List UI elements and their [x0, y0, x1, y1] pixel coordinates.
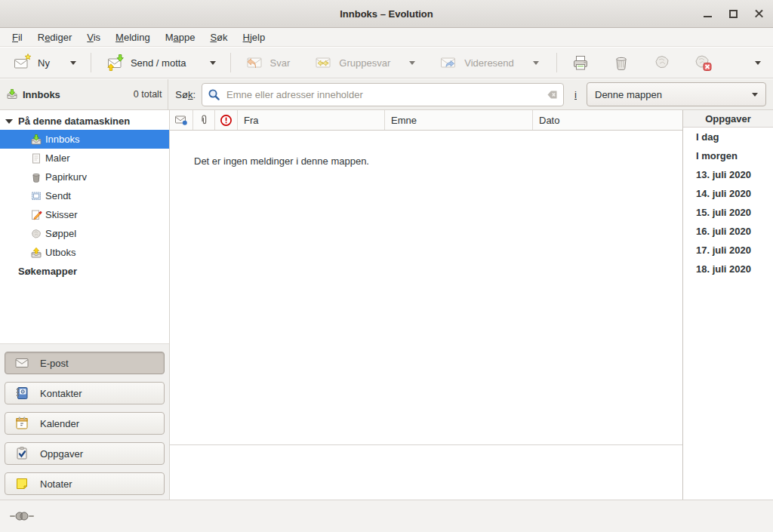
send-receive-button[interactable]: Send / motta	[99, 51, 223, 75]
evolution-window: Innboks – Evolution Fil Rediger Vis Meld…	[0, 0, 773, 532]
window-title: Innboks – Evolution	[0, 8, 773, 20]
empty-folder-message: Det er ingen meldinger i denne mappen.	[194, 155, 369, 167]
switcher-oppgaver-button[interactable]: Oppgaver	[5, 442, 165, 465]
print-button[interactable]	[565, 51, 596, 75]
search-icon[interactable]	[208, 88, 220, 101]
todo-pane: Oppgaver I dag I morgen 13. juli 2020 14…	[682, 110, 773, 500]
sidebar-item-sokemapper[interactable]: Søkemapper	[0, 262, 169, 281]
forward-button[interactable]: Videresend	[433, 51, 546, 75]
printer-icon	[571, 54, 590, 72]
trash-icon	[30, 171, 42, 183]
not-junk-icon	[694, 54, 712, 72]
minimize-button[interactable]	[701, 7, 714, 20]
todo-pane-title: Oppgaver	[683, 110, 773, 128]
menu-hjelp[interactable]: Hjelp	[236, 29, 273, 45]
group-reply-button[interactable]: Gruppesvar	[307, 51, 422, 75]
inbox-icon	[30, 134, 42, 146]
close-button[interactable]	[752, 7, 765, 20]
contacts-icon	[14, 386, 29, 401]
junk-button[interactable]	[646, 51, 678, 75]
toolbar-overflow-arrow-icon[interactable]	[755, 61, 761, 65]
menu-melding[interactable]: Melding	[108, 29, 158, 45]
sidebar-folder-skisser[interactable]: Skisser	[0, 205, 169, 224]
not-junk-button[interactable]	[687, 51, 719, 75]
sidebar-folder-maler[interactable]: Maler	[0, 149, 169, 168]
folder-sidebar: På denne datamaskinen Innboks	[0, 110, 170, 500]
column-subject[interactable]: Emne	[385, 110, 533, 130]
forward-icon	[439, 54, 457, 72]
sidebar-folder-papirkurv[interactable]: Papirkurv	[0, 168, 169, 186]
menubar: Fil Rediger Vis Melding Mappe Søk Hjelp	[0, 28, 773, 47]
todo-group-date[interactable]: 13. juli 2020	[683, 165, 773, 184]
todo-group-date[interactable]: 14. juli 2020	[683, 184, 773, 203]
junk-icon	[653, 54, 671, 72]
content-area: På denne datamaskinen Innboks	[0, 110, 773, 500]
todo-group-date[interactable]: 15. juli 2020	[683, 203, 773, 222]
calendar-icon	[14, 416, 29, 431]
new-message-button[interactable]: Ny	[6, 51, 83, 75]
folder-message-count: 0 totalt	[134, 89, 162, 100]
send-receive-dropdown-arrow-icon[interactable]	[210, 61, 216, 65]
sidebar-folder-innboks[interactable]: Innboks	[0, 130, 169, 149]
search-entry	[202, 83, 564, 106]
maximize-icon	[729, 10, 738, 18]
toolbar-separator	[230, 53, 231, 72]
sidebar-folder-soppel[interactable]: Søppel	[0, 224, 169, 243]
column-from[interactable]: Fra	[238, 110, 385, 130]
todo-group-date[interactable]: 17. juli 2020	[683, 241, 773, 260]
switcher-epost-button[interactable]: E-post	[5, 352, 165, 374]
column-priority[interactable]	[215, 110, 238, 130]
switcher-kontakter-button[interactable]: Kontakter	[5, 382, 165, 404]
minimize-icon	[704, 16, 712, 17]
menu-fil[interactable]: Fil	[5, 29, 30, 45]
templates-icon	[30, 152, 42, 165]
outbox-icon	[30, 247, 42, 259]
menu-sok[interactable]: Søk	[202, 29, 235, 45]
todo-group-date[interactable]: 16. juli 2020	[683, 222, 773, 241]
send-receive-icon	[106, 54, 124, 72]
trash-icon	[612, 54, 630, 72]
new-dropdown-arrow-icon[interactable]	[70, 61, 76, 65]
switcher-kalender-button[interactable]: Kalender	[5, 412, 165, 435]
message-list-pane: Fra Emne Dato Det er ingen meldinger i d…	[170, 110, 682, 500]
expander-icon[interactable]	[5, 119, 13, 124]
view-switcher: E-post Kontakter	[0, 343, 169, 500]
search-row: Innboks 0 totalt Søk:	[0, 79, 773, 110]
online-status-icon[interactable]	[10, 510, 34, 522]
close-icon	[754, 9, 764, 19]
drafts-icon	[30, 209, 42, 221]
reply-button[interactable]: Svar	[239, 51, 297, 75]
account-row[interactable]: På denne datamaskinen	[0, 112, 169, 130]
switcher-notater-button[interactable]: Notater	[5, 472, 165, 495]
current-folder-name: Innboks	[23, 89, 60, 100]
menu-mappe[interactable]: Mappe	[158, 29, 203, 45]
forward-dropdown-arrow-icon[interactable]	[533, 61, 539, 65]
menu-vis[interactable]: Vis	[79, 29, 108, 45]
message-list-header: Fra Emne Dato	[170, 110, 682, 131]
search-label: Søk:	[175, 89, 196, 100]
column-read-status[interactable]	[170, 110, 193, 130]
todo-group-tomorrow[interactable]: I morgen	[683, 146, 773, 165]
reply-icon	[245, 54, 263, 72]
toolbar-separator	[91, 53, 91, 72]
search-scope-value: Denne mappen	[595, 89, 662, 100]
search-input[interactable]	[202, 83, 564, 106]
search-scope-select[interactable]: Denne mappen	[587, 82, 766, 106]
column-attachment[interactable]	[193, 110, 215, 130]
delete-button[interactable]	[605, 51, 637, 75]
sidebar-folder-sendt[interactable]: Sendt	[0, 186, 169, 205]
toolbar: Ny Send / motta	[0, 48, 773, 78]
sidebar-folder-utboks[interactable]: Utboks	[0, 243, 169, 262]
todo-group-today[interactable]: I dag	[683, 128, 773, 146]
group-reply-icon	[314, 54, 332, 72]
status-bar	[0, 500, 773, 532]
preview-pane-splitter[interactable]	[170, 444, 682, 445]
todo-group-date[interactable]: 18. juli 2020	[683, 260, 773, 278]
column-date[interactable]: Dato	[533, 110, 682, 130]
clear-search-icon[interactable]	[546, 88, 559, 101]
maximize-button[interactable]	[726, 7, 740, 20]
memos-icon	[14, 476, 29, 491]
group-reply-dropdown-arrow-icon[interactable]	[409, 61, 415, 65]
folder-tree: På denne datamaskinen Innboks	[0, 110, 169, 343]
menu-rediger[interactable]: Rediger	[30, 29, 80, 45]
